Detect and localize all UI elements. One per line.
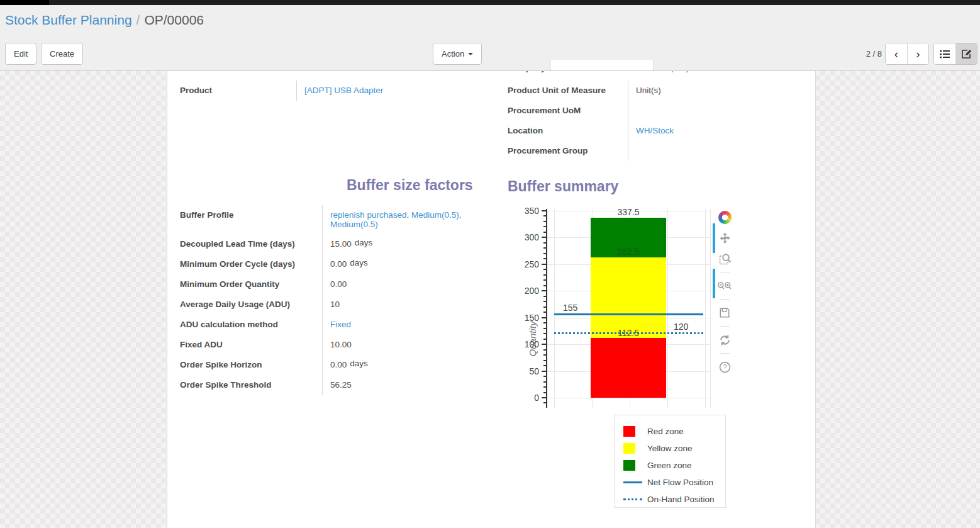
y-minor-tick	[543, 215, 547, 216]
field-product-value-link[interactable]: [ADPT] USB Adapter	[304, 86, 383, 95]
field-factor-label: Average Daily Usage (ADU)	[180, 295, 322, 315]
field-right-value: WH/Stock	[628, 121, 806, 141]
field-right-label: Procurement UoM	[508, 101, 628, 121]
edit-button[interactable]: Edit	[5, 43, 36, 65]
field-factor-label: ADU calculation method	[180, 315, 322, 335]
pager-counter: 2 / 8	[843, 43, 882, 65]
y-minor-tick	[543, 279, 547, 281]
y-minor-tick	[543, 339, 547, 340]
field-right-label: Location	[508, 121, 628, 141]
y-minor-tick	[543, 376, 547, 377]
partially-hidden-button[interactable]	[550, 60, 654, 71]
y-minor-tick	[543, 269, 547, 270]
legend-item-green-zone[interactable]: Green zone	[623, 457, 725, 474]
control-panel: Stock Buffer Planning/OP/00006 Edit Crea…	[0, 5, 980, 71]
app-window: Stock Buffer Planning/OP/00006 Edit Crea…	[0, 0, 980, 528]
field-group-left: Product[ADPT] USB Adapter	[180, 81, 488, 101]
legend-label: Net Flow Position	[647, 478, 713, 487]
form-edit-icon	[962, 49, 972, 59]
on-hand-position-label: 120	[674, 322, 688, 332]
legend-item-on-hand-position[interactable]: On-Hand Position	[623, 491, 725, 508]
field-right-value: Unit(s)	[628, 81, 806, 101]
field-right-value-link[interactable]: WH/Stock	[636, 126, 674, 135]
gridline-v	[710, 209, 711, 408]
field-factor-value: 0.00days	[322, 355, 489, 375]
form-sheet: Company Your Company Product[ADPT] USB A…	[167, 71, 816, 528]
reset-axes-icon[interactable]	[717, 332, 732, 347]
form-view-button[interactable]	[955, 43, 977, 64]
y-minor-tick	[543, 328, 547, 329]
plotly-logo-icon[interactable]	[717, 210, 732, 225]
y-minor-tick	[543, 349, 547, 351]
yellow-zone[interactable]	[591, 257, 666, 337]
unit-suffix: days	[355, 238, 373, 247]
y-tick-label: 350	[511, 206, 539, 216]
y-tick-label: 250	[511, 259, 539, 269]
plotly-modebar: ?	[716, 210, 733, 380]
save-image-icon[interactable]	[717, 305, 732, 320]
field-right-value	[628, 101, 806, 121]
field-product-label: Product	[180, 81, 296, 101]
legend-label: Yellow zone	[647, 444, 693, 453]
zoom-in-out-icon[interactable]	[717, 278, 732, 293]
y-tick-label: 200	[511, 286, 539, 296]
company-label: Company	[507, 71, 546, 72]
modebar-active-indicator	[713, 269, 715, 298]
y-tick-label: 100	[511, 339, 539, 349]
field-right-value	[628, 141, 806, 161]
y-major-tick	[542, 344, 547, 345]
field-factor-value: 0.00	[322, 274, 489, 295]
y-minor-tick	[543, 301, 547, 302]
legend-label: On-Hand Position	[647, 495, 715, 504]
pager-previous-button[interactable]: ‹	[886, 43, 907, 64]
red-zone[interactable]	[591, 338, 666, 398]
field-factor-value: 0.00days	[322, 254, 489, 274]
legend-color-swatch	[623, 460, 642, 471]
field-factor-value-link[interactable]: Fixed	[330, 320, 351, 329]
y-minor-tick	[543, 381, 547, 383]
field-factor-label: Decoupled Lead Time (days)	[180, 234, 322, 254]
y-minor-tick	[543, 354, 547, 356]
unit-suffix: days	[350, 258, 368, 267]
company-row-clipped: Company Your Company	[167, 71, 816, 74]
breadcrumb-parent-link[interactable]: Stock Buffer Planning	[5, 13, 132, 27]
help-icon[interactable]: ?	[717, 359, 732, 374]
pan-icon[interactable]	[717, 230, 732, 245]
svg-text:?: ?	[723, 363, 727, 371]
legend-item-red-zone[interactable]: Red zone	[623, 423, 725, 440]
action-dropdown-button[interactable]: Action	[433, 43, 482, 65]
field-factor-label: Order Spike Threshold	[180, 375, 322, 395]
apps-menu-partial[interactable]	[0, 0, 49, 5]
systray-bar	[0, 0, 980, 5]
legend-item-net-flow-position[interactable]: Net Flow Position	[623, 474, 725, 491]
box-zoom-icon[interactable]	[717, 251, 732, 266]
y-minor-tick	[543, 392, 547, 393]
modebar-divider	[720, 272, 730, 272]
y-major-tick	[542, 317, 547, 318]
bar-total-label: 337.5	[591, 207, 666, 217]
y-minor-tick	[543, 247, 547, 249]
modebar-active-indicator	[713, 223, 715, 253]
field-factor-label: Order Spike Horizon	[180, 355, 322, 375]
create-button[interactable]: Create	[41, 43, 83, 65]
y-minor-tick	[543, 322, 547, 323]
y-minor-tick	[543, 221, 547, 222]
section-title-buffer-factors: Buffer size factors	[347, 177, 473, 194]
breadcrumb-current: OP/00006	[144, 13, 204, 27]
legend-item-yellow-zone[interactable]: Yellow zone	[623, 440, 725, 457]
breadcrumb-separator: /	[136, 13, 140, 27]
pager-next-button[interactable]: ›	[907, 43, 928, 64]
y-minor-tick	[543, 312, 547, 313]
y-minor-tick	[543, 386, 547, 388]
y-major-tick	[542, 371, 547, 372]
list-view-button[interactable]	[934, 43, 955, 64]
field-factor-value: Fixed	[322, 315, 489, 335]
breadcrumb: Stock Buffer Planning/OP/00006	[5, 13, 204, 28]
y-minor-tick	[543, 306, 547, 308]
y-minor-tick	[543, 253, 547, 254]
legend-color-swatch	[623, 443, 642, 454]
field-factor-value-link[interactable]: replenish purchased, Medium(0.5), Medium…	[330, 210, 462, 229]
green-zone-boundary-label: 262.5	[591, 247, 666, 257]
company-value-link[interactable]: Your Company	[634, 71, 690, 72]
field-product-value: [ADPT] USB Adapter	[296, 81, 488, 101]
